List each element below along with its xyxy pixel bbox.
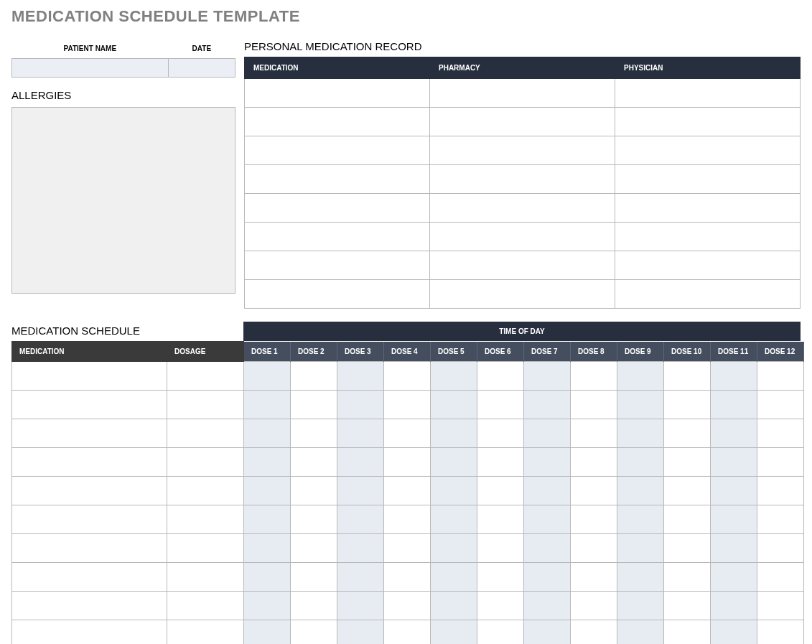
schedule-cell-dose-4[interactable] <box>384 563 431 592</box>
schedule-input-dose-7[interactable] <box>528 602 566 612</box>
schedule-input-dose-8[interactable] <box>575 487 612 497</box>
schedule-input-dose-5[interactable] <box>435 630 472 640</box>
pmr-cell-pharmacy[interactable] <box>430 136 615 165</box>
patient-name-input[interactable] <box>17 64 164 74</box>
schedule-input-dose-6[interactable] <box>482 602 519 612</box>
schedule-cell-dose-3[interactable] <box>337 620 384 645</box>
schedule-cell-dose-7[interactable] <box>524 448 571 477</box>
schedule-cell-dosage[interactable] <box>167 534 244 563</box>
pmr-input-physician[interactable] <box>620 233 795 243</box>
pmr-input-medication[interactable] <box>249 290 425 300</box>
pmr-cell-physician[interactable] <box>615 165 801 194</box>
schedule-input-dose-4[interactable] <box>388 372 426 382</box>
schedule-cell-dosage[interactable] <box>167 391 244 419</box>
schedule-cell-dose-6[interactable] <box>477 592 524 620</box>
schedule-input-dosage[interactable] <box>172 602 239 612</box>
pmr-cell-physician[interactable] <box>615 108 801 136</box>
patient-name-cell[interactable] <box>12 59 169 78</box>
schedule-cell-dose-6[interactable] <box>477 362 524 391</box>
schedule-input-dose-2[interactable] <box>295 544 332 554</box>
schedule-input-dose-6[interactable] <box>482 401 519 411</box>
schedule-input-dose-11[interactable] <box>715 515 752 526</box>
pmr-cell-pharmacy[interactable] <box>430 280 615 309</box>
schedule-cell-dose-3[interactable] <box>337 534 384 563</box>
schedule-cell-dosage[interactable] <box>167 592 244 620</box>
schedule-cell-dose-7[interactable] <box>524 620 571 645</box>
schedule-input-dose-12[interactable] <box>762 372 799 382</box>
schedule-cell-dose-5[interactable] <box>431 534 477 563</box>
schedule-input-dose-6[interactable] <box>482 458 519 468</box>
schedule-cell-medication[interactable] <box>12 620 167 645</box>
schedule-input-dose-10[interactable] <box>668 487 706 497</box>
schedule-cell-dose-11[interactable] <box>711 563 757 592</box>
schedule-cell-dose-2[interactable] <box>291 505 337 534</box>
schedule-input-dose-12[interactable] <box>762 573 799 583</box>
schedule-input-dose-4[interactable] <box>388 544 426 554</box>
pmr-cell-medication[interactable] <box>245 251 430 280</box>
schedule-input-medication[interactable] <box>17 372 162 382</box>
schedule-cell-medication[interactable] <box>12 448 167 477</box>
schedule-input-dose-7[interactable] <box>528 544 566 554</box>
schedule-input-dose-4[interactable] <box>388 458 426 468</box>
pmr-input-medication[interactable] <box>249 204 425 214</box>
pmr-input-medication[interactable] <box>249 118 425 128</box>
schedule-cell-dose-6[interactable] <box>477 534 524 563</box>
schedule-cell-dosage[interactable] <box>167 362 244 391</box>
schedule-cell-dose-3[interactable] <box>337 419 384 448</box>
schedule-input-dose-1[interactable] <box>248 630 286 640</box>
schedule-cell-dose-2[interactable] <box>291 477 337 505</box>
pmr-input-pharmacy[interactable] <box>434 118 610 128</box>
schedule-cell-dose-10[interactable] <box>664 563 711 592</box>
pmr-cell-medication[interactable] <box>245 280 430 309</box>
schedule-cell-dose-8[interactable] <box>571 563 617 592</box>
schedule-input-dosage[interactable] <box>172 372 239 382</box>
schedule-cell-dose-4[interactable] <box>384 477 431 505</box>
schedule-cell-dose-9[interactable] <box>617 592 664 620</box>
schedule-cell-dosage[interactable] <box>167 477 244 505</box>
schedule-cell-dose-12[interactable] <box>757 505 804 534</box>
pmr-input-pharmacy[interactable] <box>434 204 610 214</box>
pmr-input-physician[interactable] <box>620 118 795 128</box>
schedule-input-dosage[interactable] <box>172 458 239 468</box>
schedule-cell-dose-7[interactable] <box>524 391 571 419</box>
schedule-cell-dose-3[interactable] <box>337 505 384 534</box>
schedule-cell-dose-12[interactable] <box>757 419 804 448</box>
schedule-cell-dose-2[interactable] <box>291 448 337 477</box>
schedule-input-dose-11[interactable] <box>715 429 752 439</box>
schedule-input-dose-12[interactable] <box>762 630 799 640</box>
schedule-input-dose-5[interactable] <box>435 458 472 468</box>
schedule-input-dose-4[interactable] <box>388 630 426 640</box>
schedule-cell-dose-1[interactable] <box>244 505 291 534</box>
schedule-cell-dose-1[interactable] <box>244 563 291 592</box>
schedule-cell-dose-10[interactable] <box>664 391 711 419</box>
schedule-input-dose-2[interactable] <box>295 515 332 526</box>
schedule-input-medication[interactable] <box>17 429 162 439</box>
schedule-input-dose-1[interactable] <box>248 573 286 583</box>
schedule-cell-dose-1[interactable] <box>244 362 291 391</box>
schedule-cell-dose-6[interactable] <box>477 505 524 534</box>
schedule-input-dose-4[interactable] <box>388 515 426 526</box>
schedule-input-dose-2[interactable] <box>295 573 332 583</box>
schedule-input-dose-11[interactable] <box>715 458 752 468</box>
schedule-cell-dose-4[interactable] <box>384 448 431 477</box>
schedule-cell-dose-2[interactable] <box>291 620 337 645</box>
schedule-cell-dose-8[interactable] <box>571 419 617 448</box>
pmr-input-physician[interactable] <box>620 204 795 214</box>
schedule-cell-dose-11[interactable] <box>711 391 757 419</box>
schedule-input-dose-3[interactable] <box>342 429 379 439</box>
schedule-input-dose-1[interactable] <box>248 401 286 411</box>
pmr-cell-medication[interactable] <box>245 136 430 165</box>
schedule-cell-dose-5[interactable] <box>431 477 477 505</box>
schedule-input-dose-11[interactable] <box>715 544 752 554</box>
schedule-input-dose-12[interactable] <box>762 458 799 468</box>
schedule-cell-dose-8[interactable] <box>571 592 617 620</box>
schedule-cell-dose-7[interactable] <box>524 362 571 391</box>
schedule-cell-dose-1[interactable] <box>244 391 291 419</box>
schedule-input-dose-2[interactable] <box>295 602 332 612</box>
schedule-input-dose-4[interactable] <box>388 487 426 497</box>
schedule-cell-dose-12[interactable] <box>757 477 804 505</box>
schedule-input-dose-10[interactable] <box>668 458 706 468</box>
schedule-cell-dose-12[interactable] <box>757 534 804 563</box>
schedule-input-dose-9[interactable] <box>622 487 659 497</box>
schedule-input-dose-9[interactable] <box>622 573 659 583</box>
